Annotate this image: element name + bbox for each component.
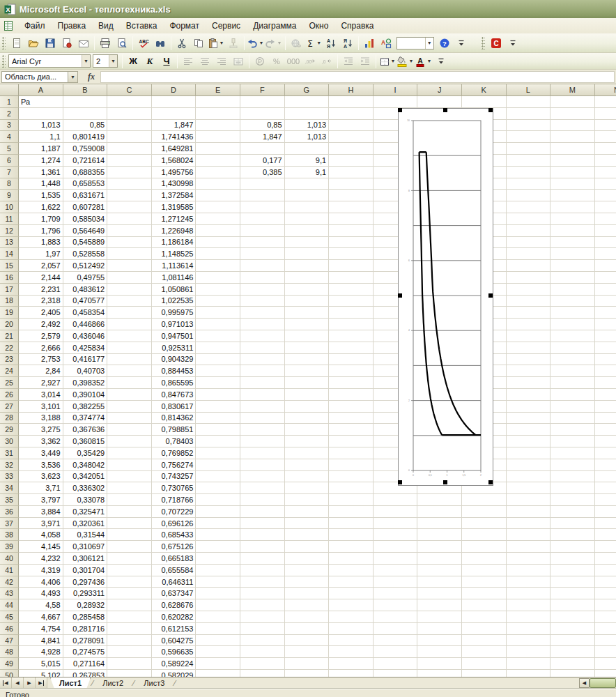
cell-G13[interactable] <box>285 237 330 249</box>
research-icon[interactable] <box>153 36 169 51</box>
cell-I1[interactable] <box>374 96 418 108</box>
cell-G38[interactable] <box>285 529 330 541</box>
cell-L38[interactable] <box>507 529 551 541</box>
cell-A26[interactable]: 3,014 <box>19 389 63 401</box>
cell-M12[interactable] <box>550 225 595 237</box>
cell-I41[interactable] <box>374 565 418 576</box>
cell-F47[interactable] <box>240 635 285 647</box>
cell-D37[interactable]: 0,696126 <box>152 518 197 530</box>
cell-H10[interactable] <box>329 201 374 213</box>
series-col-B-vs-col-A[interactable] <box>419 152 442 435</box>
increase-decimal-icon[interactable]: ,00 <box>302 54 318 69</box>
cell-H19[interactable] <box>329 307 374 319</box>
cell-D5[interactable]: 1,649281 <box>152 143 197 155</box>
workbook-icon[interactable] <box>3 20 14 31</box>
cell-F28[interactable] <box>240 413 285 424</box>
cell-E29[interactable] <box>196 424 240 436</box>
cell-F7[interactable]: 0,385 <box>240 167 285 178</box>
cell-A16[interactable]: 2,144 <box>19 272 63 284</box>
cell-H9[interactable] <box>329 190 374 201</box>
cell-H32[interactable] <box>329 459 374 471</box>
cell-D12[interactable]: 1,226948 <box>152 225 197 237</box>
cell-L3[interactable] <box>507 120 551 132</box>
cell-J42[interactable] <box>417 576 462 588</box>
cell-H50[interactable] <box>329 670 374 677</box>
cell-F40[interactable] <box>240 553 285 565</box>
cell-D17[interactable]: 1,050861 <box>152 284 197 296</box>
cell-E26[interactable] <box>196 389 240 401</box>
cell-D9[interactable]: 1,372584 <box>152 190 197 201</box>
column-header-E[interactable]: E <box>196 84 240 96</box>
cell-G29[interactable] <box>285 424 330 436</box>
cell-D15[interactable]: 1,113614 <box>152 260 197 272</box>
cell-I42[interactable] <box>374 576 418 588</box>
cell-N24[interactable] <box>595 365 616 377</box>
cell-C25[interactable] <box>107 377 152 389</box>
cell-L10[interactable] <box>507 201 551 213</box>
row-header-30[interactable]: 30 <box>0 436 19 447</box>
cell-N31[interactable] <box>595 447 616 459</box>
cell-H7[interactable] <box>329 167 374 178</box>
menu-вставка[interactable]: Вставка <box>120 20 164 33</box>
cell-E33[interactable] <box>196 471 240 483</box>
cell-N45[interactable] <box>595 611 616 623</box>
cell-C29[interactable] <box>107 424 152 436</box>
cell-D20[interactable]: 0,971013 <box>152 319 197 330</box>
cell-B32[interactable]: 0,348042 <box>63 459 108 471</box>
selection-handle[interactable] <box>398 108 402 112</box>
column-header-G[interactable]: G <box>285 84 330 96</box>
cell-I50[interactable] <box>374 670 418 677</box>
cell-B43[interactable]: 0,293311 <box>63 588 108 599</box>
cell-N17[interactable] <box>595 284 616 296</box>
cell-H20[interactable] <box>329 319 374 330</box>
row-header-34[interactable]: 34 <box>0 482 19 494</box>
selection-handle[interactable] <box>488 480 493 484</box>
menu-окно[interactable]: Окно <box>303 20 335 33</box>
cell-J48[interactable] <box>417 646 462 658</box>
cell-D13[interactable]: 1,186184 <box>152 237 197 249</box>
cell-N19[interactable] <box>595 307 616 319</box>
cell-D22[interactable]: 0,925311 <box>152 342 197 354</box>
cell-C14[interactable] <box>107 248 152 260</box>
cell-C19[interactable] <box>107 307 152 319</box>
cell-B22[interactable]: 0,425834 <box>63 342 108 354</box>
cell-E31[interactable] <box>196 447 240 459</box>
selection-handle[interactable] <box>398 480 402 484</box>
series-col-D-vs-col-A[interactable] <box>426 152 476 435</box>
cell-C23[interactable] <box>107 354 152 366</box>
align-right-icon[interactable] <box>214 54 230 69</box>
cell-N49[interactable] <box>595 658 616 670</box>
cell-C26[interactable] <box>107 389 152 401</box>
cell-M15[interactable] <box>550 260 595 272</box>
cell-J37[interactable] <box>417 518 462 530</box>
cell-N36[interactable] <box>595 506 616 518</box>
cell-A19[interactable]: 2,405 <box>19 307 63 319</box>
selection-handle[interactable] <box>443 480 447 484</box>
cell-C48[interactable] <box>107 646 152 658</box>
cell-E4[interactable] <box>196 131 240 143</box>
fill-color-icon[interactable]: ▼ <box>396 54 414 69</box>
print-icon[interactable] <box>98 36 114 51</box>
name-box[interactable]: Область диа... <box>1 71 68 83</box>
chart-plot[interactable]: 024681000,511,52 <box>399 109 493 485</box>
cell-E34[interactable] <box>196 482 240 494</box>
toolbar-options-icon[interactable] <box>453 36 469 51</box>
cell-C39[interactable] <box>107 541 152 553</box>
cell-F29[interactable] <box>240 424 285 436</box>
cell-L1[interactable] <box>507 96 551 108</box>
cell-G49[interactable] <box>285 658 330 670</box>
cell-N30[interactable] <box>595 436 616 447</box>
cell-E30[interactable] <box>196 436 240 447</box>
cell-L32[interactable] <box>507 459 551 471</box>
cell-H28[interactable] <box>329 413 374 424</box>
cell-L43[interactable] <box>507 588 551 599</box>
cell-A40[interactable]: 4,232 <box>19 553 63 565</box>
cell-D48[interactable]: 0,596635 <box>152 646 197 658</box>
cell-H31[interactable] <box>329 447 374 459</box>
undo-icon[interactable]: ▼ <box>247 36 264 51</box>
cell-F24[interactable] <box>240 365 285 377</box>
cell-C43[interactable] <box>107 588 152 599</box>
cell-B36[interactable]: 0,325471 <box>63 506 108 518</box>
cell-G43[interactable] <box>285 588 330 599</box>
cell-E24[interactable] <box>196 365 240 377</box>
